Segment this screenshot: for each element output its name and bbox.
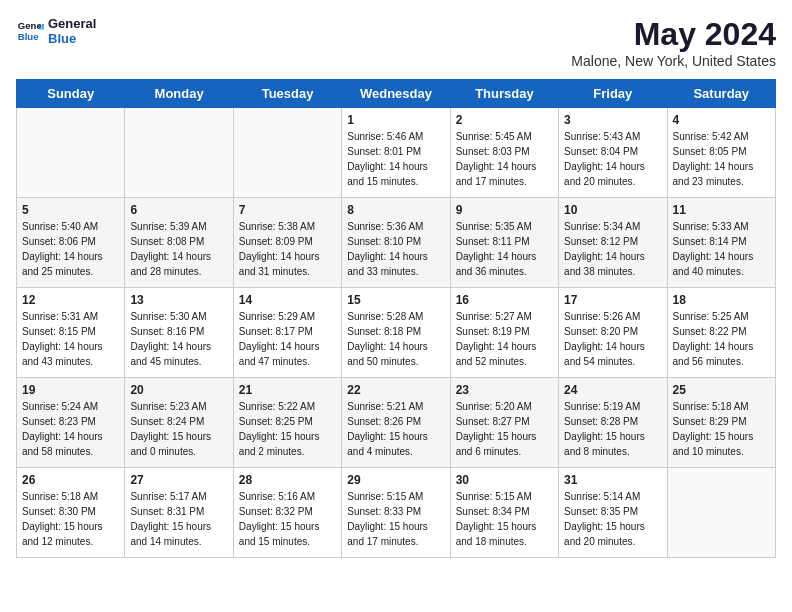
day-info: Sunrise: 5:35 AMSunset: 8:11 PMDaylight:… <box>456 219 553 279</box>
sunset-text: Sunset: 8:03 PM <box>456 146 530 157</box>
day-info: Sunrise: 5:23 AMSunset: 8:24 PMDaylight:… <box>130 399 227 459</box>
day-info: Sunrise: 5:18 AMSunset: 8:29 PMDaylight:… <box>673 399 770 459</box>
main-title: May 2024 <box>571 16 776 53</box>
calendar-cell: 1Sunrise: 5:46 AMSunset: 8:01 PMDaylight… <box>342 108 450 198</box>
daylight-text: Daylight: 15 hours and 20 minutes. <box>564 521 645 547</box>
daylight-text: Daylight: 14 hours and 23 minutes. <box>673 161 754 187</box>
sunrise-text: Sunrise: 5:31 AM <box>22 311 98 322</box>
weekday-header-saturday: Saturday <box>667 80 775 108</box>
day-number: 27 <box>130 473 227 487</box>
sunset-text: Sunset: 8:17 PM <box>239 326 313 337</box>
daylight-text: Daylight: 14 hours and 31 minutes. <box>239 251 320 277</box>
weekday-header-thursday: Thursday <box>450 80 558 108</box>
sunrise-text: Sunrise: 5:33 AM <box>673 221 749 232</box>
sunset-text: Sunset: 8:20 PM <box>564 326 638 337</box>
day-number: 25 <box>673 383 770 397</box>
sunset-text: Sunset: 8:16 PM <box>130 326 204 337</box>
day-number: 4 <box>673 113 770 127</box>
sunset-text: Sunset: 8:12 PM <box>564 236 638 247</box>
sunrise-text: Sunrise: 5:39 AM <box>130 221 206 232</box>
day-number: 18 <box>673 293 770 307</box>
sunrise-text: Sunrise: 5:16 AM <box>239 491 315 502</box>
weekday-header-monday: Monday <box>125 80 233 108</box>
svg-text:Blue: Blue <box>18 31 39 42</box>
calendar-week-5: 26Sunrise: 5:18 AMSunset: 8:30 PMDayligh… <box>17 468 776 558</box>
calendar-cell: 9Sunrise: 5:35 AMSunset: 8:11 PMDaylight… <box>450 198 558 288</box>
sunset-text: Sunset: 8:32 PM <box>239 506 313 517</box>
calendar-cell <box>125 108 233 198</box>
day-info: Sunrise: 5:14 AMSunset: 8:35 PMDaylight:… <box>564 489 661 549</box>
day-info: Sunrise: 5:33 AMSunset: 8:14 PMDaylight:… <box>673 219 770 279</box>
sunrise-text: Sunrise: 5:15 AM <box>456 491 532 502</box>
calendar-header: SundayMondayTuesdayWednesdayThursdayFrid… <box>17 80 776 108</box>
calendar-cell: 14Sunrise: 5:29 AMSunset: 8:17 PMDayligh… <box>233 288 341 378</box>
day-number: 28 <box>239 473 336 487</box>
daylight-text: Daylight: 15 hours and 17 minutes. <box>347 521 428 547</box>
calendar-cell: 11Sunrise: 5:33 AMSunset: 8:14 PMDayligh… <box>667 198 775 288</box>
sunrise-text: Sunrise: 5:20 AM <box>456 401 532 412</box>
day-info: Sunrise: 5:45 AMSunset: 8:03 PMDaylight:… <box>456 129 553 189</box>
day-number: 19 <box>22 383 119 397</box>
sunrise-text: Sunrise: 5:18 AM <box>22 491 98 502</box>
day-info: Sunrise: 5:46 AMSunset: 8:01 PMDaylight:… <box>347 129 444 189</box>
day-info: Sunrise: 5:15 AMSunset: 8:34 PMDaylight:… <box>456 489 553 549</box>
day-info: Sunrise: 5:28 AMSunset: 8:18 PMDaylight:… <box>347 309 444 369</box>
calendar-cell: 31Sunrise: 5:14 AMSunset: 8:35 PMDayligh… <box>559 468 667 558</box>
daylight-text: Daylight: 14 hours and 54 minutes. <box>564 341 645 367</box>
sunset-text: Sunset: 8:22 PM <box>673 326 747 337</box>
sunrise-text: Sunrise: 5:27 AM <box>456 311 532 322</box>
sunrise-text: Sunrise: 5:43 AM <box>564 131 640 142</box>
sunrise-text: Sunrise: 5:15 AM <box>347 491 423 502</box>
day-info: Sunrise: 5:24 AMSunset: 8:23 PMDaylight:… <box>22 399 119 459</box>
calendar-week-4: 19Sunrise: 5:24 AMSunset: 8:23 PMDayligh… <box>17 378 776 468</box>
daylight-text: Daylight: 15 hours and 6 minutes. <box>456 431 537 457</box>
calendar-cell: 24Sunrise: 5:19 AMSunset: 8:28 PMDayligh… <box>559 378 667 468</box>
daylight-text: Daylight: 14 hours and 50 minutes. <box>347 341 428 367</box>
calendar-week-3: 12Sunrise: 5:31 AMSunset: 8:15 PMDayligh… <box>17 288 776 378</box>
day-number: 10 <box>564 203 661 217</box>
daylight-text: Daylight: 14 hours and 17 minutes. <box>456 161 537 187</box>
sunrise-text: Sunrise: 5:28 AM <box>347 311 423 322</box>
sunset-text: Sunset: 8:26 PM <box>347 416 421 427</box>
daylight-text: Daylight: 14 hours and 25 minutes. <box>22 251 103 277</box>
calendar-cell: 4Sunrise: 5:42 AMSunset: 8:05 PMDaylight… <box>667 108 775 198</box>
weekday-row: SundayMondayTuesdayWednesdayThursdayFrid… <box>17 80 776 108</box>
subtitle: Malone, New York, United States <box>571 53 776 69</box>
daylight-text: Daylight: 15 hours and 0 minutes. <box>130 431 211 457</box>
day-number: 3 <box>564 113 661 127</box>
day-number: 15 <box>347 293 444 307</box>
sunrise-text: Sunrise: 5:25 AM <box>673 311 749 322</box>
calendar-cell: 25Sunrise: 5:18 AMSunset: 8:29 PMDayligh… <box>667 378 775 468</box>
weekday-header-sunday: Sunday <box>17 80 125 108</box>
sunrise-text: Sunrise: 5:26 AM <box>564 311 640 322</box>
daylight-text: Daylight: 14 hours and 15 minutes. <box>347 161 428 187</box>
day-info: Sunrise: 5:39 AMSunset: 8:08 PMDaylight:… <box>130 219 227 279</box>
day-number: 23 <box>456 383 553 397</box>
daylight-text: Daylight: 14 hours and 47 minutes. <box>239 341 320 367</box>
day-info: Sunrise: 5:30 AMSunset: 8:16 PMDaylight:… <box>130 309 227 369</box>
day-number: 7 <box>239 203 336 217</box>
calendar-body: 1Sunrise: 5:46 AMSunset: 8:01 PMDaylight… <box>17 108 776 558</box>
day-number: 24 <box>564 383 661 397</box>
sunrise-text: Sunrise: 5:24 AM <box>22 401 98 412</box>
calendar-cell: 8Sunrise: 5:36 AMSunset: 8:10 PMDaylight… <box>342 198 450 288</box>
calendar-cell: 10Sunrise: 5:34 AMSunset: 8:12 PMDayligh… <box>559 198 667 288</box>
day-info: Sunrise: 5:38 AMSunset: 8:09 PMDaylight:… <box>239 219 336 279</box>
day-number: 11 <box>673 203 770 217</box>
day-info: Sunrise: 5:21 AMSunset: 8:26 PMDaylight:… <box>347 399 444 459</box>
day-info: Sunrise: 5:26 AMSunset: 8:20 PMDaylight:… <box>564 309 661 369</box>
logo-icon: General Blue <box>16 17 44 45</box>
sunrise-text: Sunrise: 5:22 AM <box>239 401 315 412</box>
sunrise-text: Sunrise: 5:46 AM <box>347 131 423 142</box>
daylight-text: Daylight: 14 hours and 52 minutes. <box>456 341 537 367</box>
logo-text: General Blue <box>48 16 96 46</box>
sunset-text: Sunset: 8:30 PM <box>22 506 96 517</box>
day-number: 20 <box>130 383 227 397</box>
sunset-text: Sunset: 8:05 PM <box>673 146 747 157</box>
daylight-text: Daylight: 14 hours and 58 minutes. <box>22 431 103 457</box>
day-info: Sunrise: 5:40 AMSunset: 8:06 PMDaylight:… <box>22 219 119 279</box>
calendar-cell: 16Sunrise: 5:27 AMSunset: 8:19 PMDayligh… <box>450 288 558 378</box>
day-number: 6 <box>130 203 227 217</box>
sunset-text: Sunset: 8:27 PM <box>456 416 530 427</box>
day-info: Sunrise: 5:20 AMSunset: 8:27 PMDaylight:… <box>456 399 553 459</box>
